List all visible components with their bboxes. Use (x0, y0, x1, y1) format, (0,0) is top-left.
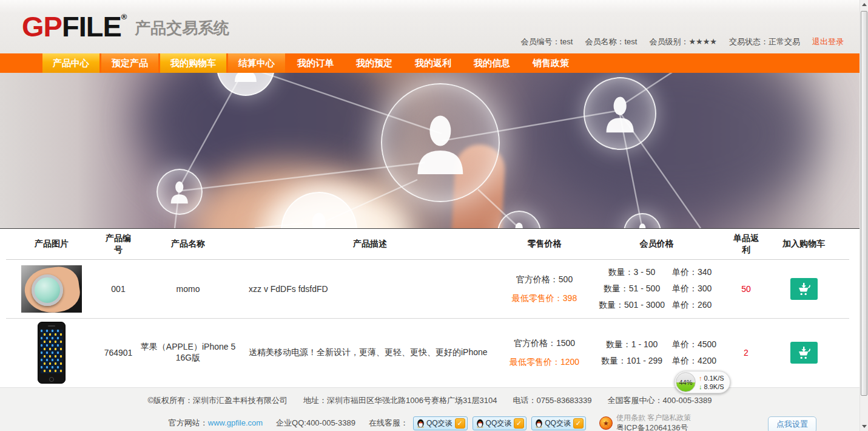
logo-file: FILE (62, 10, 121, 42)
product-image-iphone[interactable] (38, 322, 66, 384)
footer-line1: ©版权所有：深圳市汇盈丰科技有限公司 地址：深圳市福田区华强北路1006号赛格广… (0, 395, 860, 406)
footer-line2: 官方网站：www.gpfile.com 企业QQ:400-005-3389 在线… (0, 413, 860, 431)
logo: GPFILE® 产品交易系统 (22, 12, 229, 41)
person-icon (508, 221, 530, 228)
qq-chat-button-3[interactable]: QQ交谈 ✓ (531, 416, 586, 430)
watch-face (32, 274, 63, 306)
qq-chat-button-1[interactable]: QQ交谈 ✓ (413, 416, 468, 430)
icp-badge-icon: ★ (599, 416, 613, 430)
cart-icon (796, 347, 811, 359)
product-image-cell (6, 260, 97, 318)
price-tier: 数量：1 - 100单价：4500 (591, 339, 716, 350)
download-speed-widget[interactable]: 44% ↑ 0.1K/S ↓ 8.9K/S (675, 371, 730, 393)
person-icon (602, 94, 638, 132)
member-price-cell: 数量：3 - 50单价：340 数量：51 - 500单价：300 数量：501… (585, 260, 728, 318)
retail-price-cell: 官方价格：1500 最低零售价：1200 (503, 319, 585, 387)
main-nav: 产品中心 预定产品 我的购物车 结算中心 我的订单 我的预定 我的返利 我的信息… (0, 53, 860, 73)
address-text: 地址：深圳市福田区华强北路1006号赛格广场31层3104 (303, 395, 497, 406)
col-header-product-description: 产品描述 (237, 229, 503, 259)
triangle-down-icon (862, 425, 867, 428)
terms-block: ★ 使用条款 客户隐私政策 粤ICP备12064136号 (599, 413, 691, 431)
product-table: 产品图片 产品编号 产品名称 产品描述 零售价格 会员价格 单品返利 加入购物车… (0, 228, 860, 387)
nav-item-my-preorders[interactable]: 我的预定 (346, 53, 403, 73)
unit-rebate-value: 2 (728, 319, 764, 387)
add-to-cart-cell (764, 260, 843, 318)
cart-icon (796, 283, 811, 296)
person-icon (633, 222, 651, 228)
min-retail-price: 最低零售价：398 (512, 293, 577, 304)
add-to-cart-cell (764, 319, 843, 387)
nav-item-sales-policy[interactable]: 销售政策 (522, 53, 579, 73)
nav-item-my-cart[interactable]: 我的购物车 (160, 53, 226, 73)
price-tier: 数量：101 - 299单价：4200 (591, 356, 716, 367)
col-header-member-price: 会员价格 (585, 229, 728, 259)
scrollbar-up-arrow[interactable] (860, 0, 868, 9)
triangle-up-icon (862, 3, 867, 6)
speed-rates: ↑ 0.1K/S ↓ 8.9K/S (699, 374, 724, 391)
nav-item-product-center[interactable]: 产品中心 (42, 53, 99, 73)
nav-item-settlement-center[interactable]: 结算中心 (228, 53, 285, 73)
official-price: 官方价格：500 (516, 274, 573, 285)
page: GPFILE® 产品交易系统 会员编号：test 会员名称：test 会员级别：… (0, 0, 868, 431)
click-me-settings-button[interactable]: 点我设置 (768, 416, 816, 431)
nav-item-my-orders[interactable]: 我的订单 (287, 53, 344, 73)
vertical-scrollbar[interactable] (860, 0, 868, 431)
person-bubble-right (584, 77, 656, 150)
site-title: 产品交易系统 (135, 18, 229, 41)
col-header-unit-rebate: 单品返利 (728, 229, 764, 259)
trade-status: 交易状态：正常交易 (729, 36, 800, 47)
add-to-cart-button[interactable] (790, 342, 818, 364)
nav-item-preorder-products[interactable]: 预定产品 (101, 53, 158, 73)
min-retail-price: 最低零售价：1200 (510, 357, 579, 368)
person-icon (168, 180, 190, 203)
person-bubble-left (156, 169, 203, 215)
product-description: xzz v FdDFs fdsfdFD (237, 260, 503, 318)
col-header-retail-price: 零售价格 (503, 229, 585, 259)
website-link[interactable]: www.gpfile.com (208, 418, 263, 427)
retail-price-cell: 官方价格：500 最低零售价：398 (503, 260, 585, 318)
service-center-text: 全国客服中心：400-005-3389 (608, 395, 712, 406)
product-image-watch[interactable] (21, 265, 82, 313)
product-description: 送精美移动电源！全新设计，更薄、更轻、更快、更好的iPhone (237, 319, 503, 387)
member-level: 会员级别：★★★★ (649, 36, 717, 47)
qq-penguin-icon (476, 419, 484, 428)
upload-rate: ↑ 0.1K/S (699, 374, 724, 382)
copyright-text: ©版权所有：深圳市汇盈丰科技有限公司 (148, 395, 288, 406)
website-item: 官方网站：www.gpfile.com (169, 418, 263, 429)
terms-links[interactable]: 使用条款 客户隐私政策 (616, 413, 691, 423)
table-header-row: 产品图片 产品编号 产品名称 产品描述 零售价格 会员价格 单品返利 加入购物车 (6, 229, 849, 260)
scrollbar-down-arrow[interactable] (860, 422, 868, 431)
product-name: 苹果（APPLE）iPhone 5 16G版 (140, 319, 237, 387)
phone-home-button (49, 377, 54, 382)
person-icon (231, 73, 260, 82)
phone-text: 电话：0755-83683339 (513, 395, 591, 406)
enterprise-qq-text: 企业QQ:400-005-3389 (276, 418, 355, 429)
member-number: 会员编号：test (520, 36, 573, 47)
col-header-product-name: 产品名称 (140, 229, 237, 259)
logout-link[interactable]: 退出登录 (812, 36, 844, 47)
check-icon: ✓ (514, 418, 524, 429)
scrollbar-thumb[interactable] (861, 11, 867, 396)
nav-item-my-info[interactable]: 我的信息 (463, 53, 520, 73)
product-code: 764901 (97, 319, 140, 387)
online-service-group: 在线客服： QQ交谈 ✓ QQ交谈 ✓ QQ交谈 ✓ (369, 416, 586, 430)
price-tier: 数量：501 - 3000单价：260 (591, 300, 712, 311)
unit-rebate-value: 50 (728, 260, 764, 318)
col-header-product-image: 产品图片 (6, 229, 97, 259)
down-arrow-icon: ↓ (699, 383, 702, 390)
qq-penguin-icon (417, 419, 425, 428)
product-name: momo (140, 260, 237, 318)
product-code: 001 (97, 260, 140, 318)
logo-text: GPFILE® (22, 12, 126, 41)
member-name: 会员名称：test (585, 36, 637, 47)
add-to-cart-button[interactable] (790, 278, 818, 300)
check-icon: ✓ (573, 418, 584, 429)
progress-circle: 44% (676, 372, 696, 392)
logo-gp: GP (22, 10, 62, 42)
col-header-add-to-cart: 加入购物车 (764, 229, 843, 259)
product-image-cell (6, 319, 97, 387)
nav-item-my-rebates[interactable]: 我的返利 (405, 53, 462, 73)
table-row: 001 momo xzz v FdDFs fdsfdFD 官方价格：500 最低… (6, 260, 849, 319)
qq-chat-button-2[interactable]: QQ交谈 ✓ (473, 416, 527, 430)
check-icon: ✓ (455, 418, 465, 429)
